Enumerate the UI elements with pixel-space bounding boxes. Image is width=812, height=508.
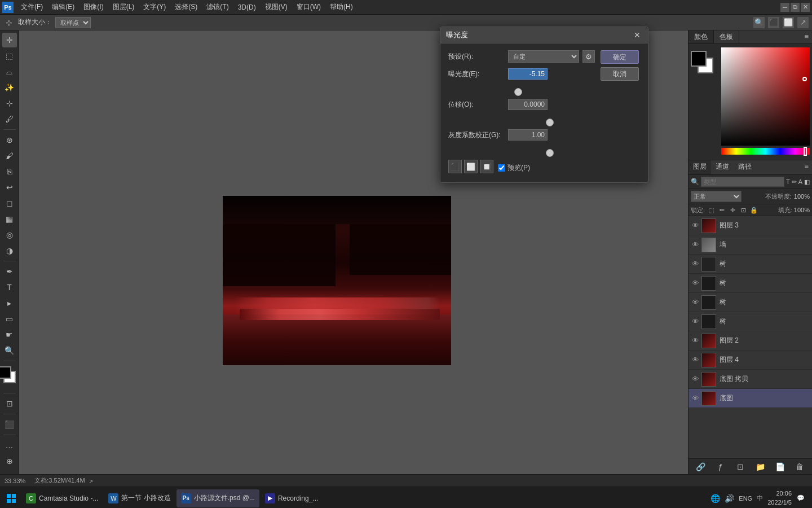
pen-tool[interactable]: ✒ [2,264,17,279]
blur-tool[interactable]: ◎ [2,227,17,242]
lock-transparency-btn[interactable]: ⬚ [707,205,716,214]
offset-input[interactable] [508,99,548,110]
lock-paint-btn[interactable]: ✏ [717,205,726,214]
menu-layer[interactable]: 图层(L) [109,1,139,13]
history-brush-tool[interactable]: ↩ [2,180,17,195]
menu-text[interactable]: 文字(Y) [139,1,170,13]
layer-item-4[interactable]: 👁 树 [689,293,812,312]
arrange-button[interactable]: ⬜ [783,17,794,28]
gamma-input[interactable] [508,129,548,141]
share-button[interactable]: ↗ [797,17,809,28]
eraser-tool[interactable]: ◻ [2,196,17,211]
lock-all-btn[interactable]: 🔒 [749,205,758,214]
new-group-btn[interactable]: 📁 [754,461,766,472]
status-arrow[interactable]: > [90,478,93,484]
channels-tab[interactable]: 通道 [711,160,734,174]
text-tool[interactable]: T [2,280,17,295]
color-picker-area[interactable] [721,47,810,155]
clone-tool[interactable]: ⎘ [2,164,17,179]
volume-icon[interactable]: 🔊 [725,494,734,503]
filter-text-icon[interactable]: A [798,178,802,185]
gradient-tool[interactable]: ▦ [2,212,17,226]
delete-layer-btn[interactable]: 🗑 [794,461,805,472]
layer-visibility-5[interactable]: 👁 [691,317,700,326]
layer-item-2[interactable]: 👁 树 [689,255,812,274]
filter-adj-icon[interactable]: ◧ [804,178,810,186]
layer-visibility-8[interactable]: 👁 [691,375,700,383]
color-panel-menu[interactable]: ≡ [801,30,812,43]
gamma-slider-thumb[interactable] [546,149,554,157]
layer-visibility-2[interactable]: 👁 [691,260,700,268]
menu-select[interactable]: 选择(S) [171,1,201,13]
layer-item-3[interactable]: 👁 树 [689,274,812,293]
preset-select[interactable]: 自定 [508,50,579,63]
layer-visibility-3[interactable]: 👁 [691,279,700,287]
dialog-close-button[interactable]: ✕ [632,30,642,40]
zoom-tool[interactable]: 🔍 [2,343,17,358]
brush-tool[interactable]: 🖌 [2,148,17,163]
toolbar-extra[interactable]: ⊕ [2,454,17,468]
eyedropper-mid-button[interactable]: ⬜ [464,160,478,173]
marquee-tool[interactable]: ⬚ [2,49,17,63]
extra-tools[interactable]: … [2,438,17,453]
menu-filter[interactable]: 滤镜(T) [202,1,232,13]
menu-image[interactable]: 图像(I) [80,1,107,13]
ime-lang[interactable]: ENG [739,495,752,502]
layer-visibility-6[interactable]: 👁 [691,336,700,345]
shape-tool[interactable]: ▭ [2,312,17,326]
layer-item-7[interactable]: 👁 图层 4 [689,351,812,370]
new-layer-btn[interactable]: 📄 [774,461,785,472]
search-button[interactable]: 🔍 [753,17,765,28]
quick-mask-tool[interactable]: ⊡ [2,396,17,411]
notifications-button[interactable]: 💬 [796,494,805,503]
preset-gear-button[interactable]: ⚙ [582,50,595,63]
exposure-input[interactable] [508,68,548,80]
window-minimize[interactable]: ─ [780,3,789,12]
taskbar-recording[interactable]: ▶ Recording_... [261,489,323,507]
confirm-button[interactable]: 确定 [601,50,639,64]
layer-visibility-9[interactable]: 👁 [691,394,700,402]
taskbar-word[interactable]: W 第一节 小路改造 [104,489,175,507]
system-clock[interactable]: 20:06 2022/1/5 [767,489,792,507]
dodge-tool[interactable]: ◑ [2,243,17,258]
layer-visibility-7[interactable]: 👁 [691,356,700,364]
layer-visibility-1[interactable]: 👁 [691,240,700,249]
menu-3d[interactable]: 3D(D) [234,2,260,12]
layers-panel-menu[interactable]: ≡ [801,160,812,174]
layer-item-6[interactable]: 👁 图层 2 [689,331,812,351]
filter-pencil-icon[interactable]: ✏ [792,178,797,186]
lock-artboard-btn[interactable]: ⊡ [739,205,748,214]
lasso-tool[interactable]: ⌓ [2,64,17,79]
crop-tool[interactable]: ⊹ [2,96,17,111]
eyedropper-black-button[interactable]: ⬛ [448,160,462,173]
quick-select-tool[interactable]: ✨ [2,80,17,95]
sample-size-select[interactable]: 取样点 [55,17,91,28]
preview-checkbox[interactable] [498,164,505,172]
layer-item-9[interactable]: 👁 底图 [689,389,812,408]
blend-mode-select[interactable]: 正常 [691,191,742,202]
layer-visibility-0[interactable]: 👁 [691,221,700,230]
minimize-panel-button[interactable]: ⬛ [768,17,779,28]
start-button[interactable] [2,489,20,507]
screen-mode-tool[interactable]: ⬛ [2,417,17,432]
add-style-btn[interactable]: ƒ [715,461,726,472]
color-chips[interactable] [0,366,20,388]
menu-view[interactable]: 视图(V) [261,1,292,13]
eyedropper-white-button[interactable]: 🔲 [480,160,493,173]
layer-item-8[interactable]: 👁 底图 拷贝 [689,370,812,389]
offset-slider-thumb[interactable] [546,119,554,126]
paths-tab[interactable]: 路径 [734,160,756,174]
taskbar-photoshop[interactable]: Ps 小路源文件.psd @... [176,489,259,507]
preview-label[interactable]: 预览(P) [508,163,530,173]
exposure-slider-thumb[interactable] [514,88,522,96]
layers-search-input[interactable] [701,177,784,187]
menu-edit[interactable]: 编辑(E) [48,1,78,13]
menu-file[interactable]: 文件(F) [17,1,47,13]
add-mask-btn[interactable]: ⊡ [735,461,746,472]
color-chips-panel[interactable] [691,51,717,77]
taskbar-camtasia[interactable]: C Camtasia Studio -... [21,489,103,507]
move-tool[interactable]: ✛ [2,33,17,47]
lock-position-btn[interactable]: ✛ [728,205,737,214]
hand-tool[interactable]: ☛ [2,327,17,342]
layers-tab[interactable]: 图层 [689,160,711,174]
